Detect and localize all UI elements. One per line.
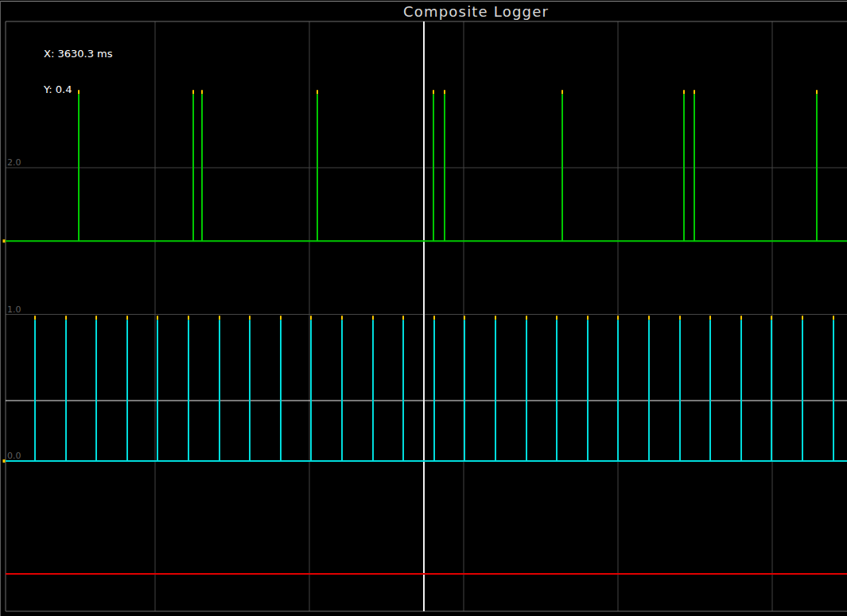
cursor-y-readout: Y: 0.4 bbox=[44, 83, 112, 95]
plot-area[interactable]: 2.01.00.0 bbox=[0, 0, 847, 616]
plot-border bbox=[6, 21, 847, 611]
cursor-crosshair[interactable] bbox=[6, 21, 847, 611]
clock-channel-cyan-start-marker bbox=[3, 459, 6, 463]
logger-window: Composite Logger 2.01.00.0 X: 3630.3 ms … bbox=[0, 0, 847, 616]
cursor-x-readout: X: 3630.3 ms bbox=[44, 48, 112, 60]
y-axis-labels: 2.01.00.0 bbox=[7, 157, 21, 461]
y-tick-label: 1.0 bbox=[7, 304, 21, 315]
y-tick-label: 0.0 bbox=[7, 451, 21, 461]
series-pulse-channel-green bbox=[3, 90, 847, 242]
series-clock-channel-cyan bbox=[3, 316, 847, 463]
cursor-readout: X: 3630.3 ms Y: 0.4 bbox=[44, 24, 112, 119]
y-tick-label: 2.0 bbox=[7, 157, 21, 168]
waveform-canvas[interactable]: 2.01.00.0 bbox=[0, 0, 847, 616]
pulse-channel-green-start-marker bbox=[3, 239, 6, 242]
gridlines bbox=[6, 21, 847, 611]
